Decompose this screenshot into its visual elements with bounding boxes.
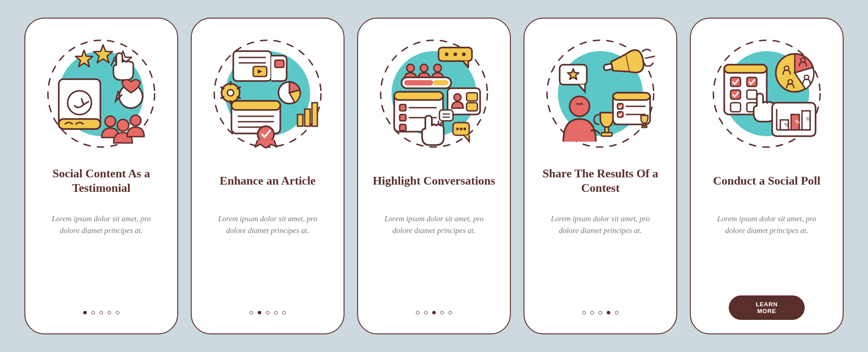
page-dot-active[interactable] (83, 311, 87, 314)
svg-rect-59 (467, 103, 477, 111)
svg-rect-89 (731, 90, 741, 99)
svg-point-40 (445, 52, 448, 56)
page-dot[interactable] (108, 311, 111, 314)
svg-point-44 (420, 64, 428, 72)
svg-point-20 (227, 90, 234, 96)
screen-body: Lorem ipsum dolor sit amet, pro dolore d… (712, 213, 821, 237)
svg-rect-82 (642, 126, 647, 128)
svg-point-43 (407, 64, 415, 72)
screen-title: Conduct a Social Poll (713, 165, 821, 197)
svg-point-41 (453, 52, 457, 56)
svg-point-45 (434, 64, 442, 72)
svg-rect-32 (231, 101, 280, 110)
onboarding-screen-social-poll: % % % Conduct a Social PollLorem ipsum d… (690, 18, 844, 334)
svg-rect-28 (297, 114, 303, 126)
screen-body: Lorem ipsum dolor sit amet, pro dolore d… (380, 213, 488, 237)
screen-body: Lorem ipsum dolor sit amet, pro dolore d… (47, 213, 156, 237)
conversations-illustration (375, 35, 493, 152)
screen-title: Enhance an Article (220, 165, 316, 197)
page-dot[interactable] (91, 311, 95, 314)
page-dot[interactable] (116, 311, 119, 314)
screen-body: Lorem ipsum dolor sit amet, pro dolore d… (213, 213, 322, 237)
svg-rect-29 (305, 109, 310, 126)
page-dot-active[interactable] (432, 311, 436, 314)
page-dot[interactable] (440, 311, 444, 314)
page-dot[interactable] (416, 311, 420, 314)
page-dot[interactable] (448, 311, 452, 314)
svg-point-8 (105, 116, 116, 127)
screen-title: Social Content As a Testimonial (38, 165, 165, 197)
page-dot[interactable] (250, 311, 253, 314)
page-indicator (524, 311, 676, 314)
svg-rect-53 (400, 114, 406, 121)
page-dot[interactable] (615, 311, 618, 314)
screen-title: Share The Results Of a Contest (537, 165, 664, 197)
svg-rect-30 (312, 103, 317, 126)
testimonial-illustration (42, 35, 160, 152)
poll-illustration: % % % (708, 35, 826, 152)
svg-rect-86 (724, 65, 767, 73)
contest-illustration (542, 35, 659, 152)
page-dot[interactable] (599, 311, 602, 314)
page-dot[interactable] (99, 311, 103, 314)
svg-text:%: % (795, 119, 800, 124)
svg-point-57 (454, 94, 461, 101)
svg-rect-90 (747, 90, 757, 99)
page-dot[interactable] (582, 311, 586, 314)
svg-text:%: % (784, 122, 789, 128)
svg-rect-60 (439, 110, 453, 121)
page-dot[interactable] (266, 311, 269, 314)
svg-rect-88 (747, 77, 757, 86)
svg-rect-58 (467, 93, 477, 101)
svg-rect-55 (400, 124, 406, 131)
svg-rect-50 (394, 92, 443, 100)
screen-title: Highlight Conversations (373, 165, 495, 197)
svg-rect-51 (400, 105, 406, 111)
svg-rect-87 (731, 77, 741, 86)
learn-more-button[interactable]: LEARN MORE (729, 295, 805, 320)
onboarding-screen-share-contest: Share The Results Of a ContestLorem ipsu… (524, 18, 677, 334)
page-indicator (192, 311, 344, 314)
onboarding-screen-testimonial: Social Content As a TestimonialLorem ips… (24, 18, 178, 334)
svg-rect-69 (604, 64, 613, 71)
page-dot[interactable] (590, 311, 594, 314)
page-dot-active[interactable] (607, 311, 610, 314)
svg-rect-48 (433, 80, 448, 86)
page-indicator (358, 311, 510, 314)
svg-rect-47 (404, 80, 433, 86)
article-illustration (209, 35, 326, 152)
svg-point-65 (460, 128, 462, 130)
svg-rect-74 (601, 133, 612, 136)
svg-rect-21 (230, 81, 231, 86)
svg-point-42 (462, 52, 466, 56)
svg-rect-73 (605, 127, 609, 133)
svg-point-10 (130, 115, 141, 126)
svg-text:%: % (806, 116, 811, 122)
page-dot[interactable] (274, 311, 278, 314)
page-dot[interactable] (424, 311, 428, 314)
page-indicator (25, 311, 177, 314)
svg-point-72 (570, 96, 590, 116)
svg-point-9 (117, 119, 129, 131)
svg-point-66 (463, 128, 466, 130)
page-dot[interactable] (282, 311, 286, 314)
svg-rect-91 (731, 103, 741, 112)
onboarding-screen-enhance-article: Enhance an ArticleLorem ipsum dolor sit … (191, 18, 344, 334)
svg-point-64 (456, 128, 459, 130)
svg-rect-76 (613, 93, 650, 100)
page-dot-active[interactable] (258, 311, 261, 314)
screen-body: Lorem ipsum dolor sit amet, pro dolore d… (546, 213, 655, 237)
onboarding-screen-highlight-conversations: Highlight ConversationsLorem ipsum dolor… (357, 18, 511, 334)
svg-rect-18 (275, 60, 284, 67)
